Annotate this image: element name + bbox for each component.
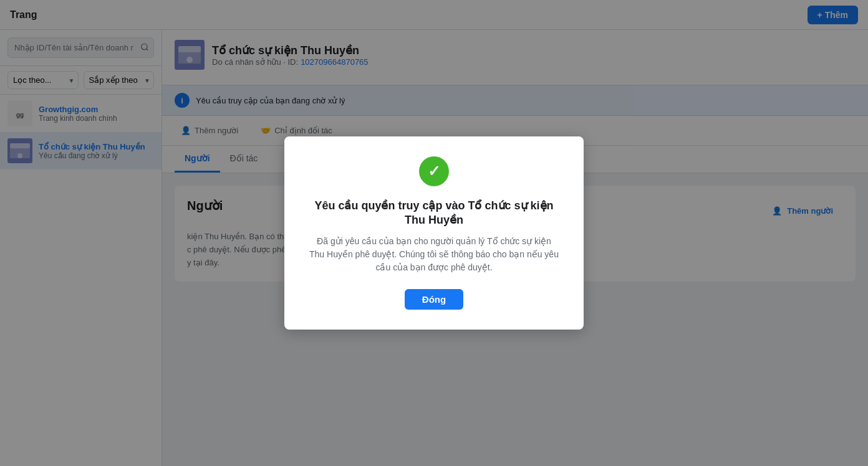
modal-close-button[interactable]: Đóng [405, 289, 463, 310]
check-icon: ✓ [428, 163, 440, 180]
app-container: Trang + Thêm Lọc theo... [0, 0, 868, 466]
modal-title: Yêu cầu quyền truy cập vào Tổ chức sự ki… [309, 199, 559, 228]
modal-body: Đã gửi yêu cầu của bạn cho người quản lý… [309, 235, 559, 274]
modal: ✓ Yêu cầu quyền truy cập vào Tổ chức sự … [284, 136, 584, 330]
modal-check-circle: ✓ [419, 156, 449, 186]
modal-overlay[interactable]: ✓ Yêu cầu quyền truy cập vào Tổ chức sự … [0, 0, 868, 466]
